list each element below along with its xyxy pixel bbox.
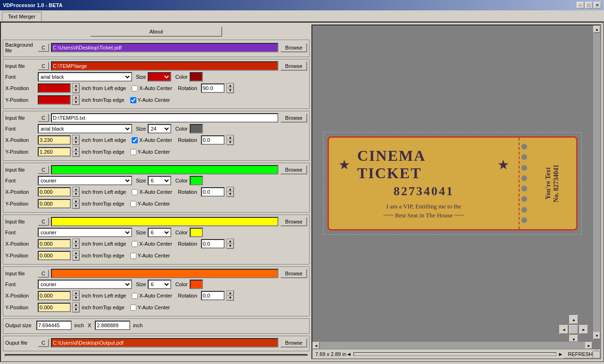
input2-file-input[interactable] — [51, 113, 278, 123]
input2-ypos-up[interactable]: ▲ — [73, 147, 79, 152]
input1-xauto-checkbox[interactable] — [132, 85, 138, 91]
input5-xauto-checkbox[interactable] — [132, 293, 138, 299]
output-browse-button[interactable]: Browse — [280, 338, 307, 347]
input1-browse-button[interactable]: Browse — [280, 61, 307, 71]
input5-ypos-down[interactable]: ▼ — [73, 307, 79, 312]
input2-ypos-down[interactable]: ▼ — [73, 152, 79, 157]
input2-size-select[interactable]: 24 — [148, 124, 171, 133]
input2-rot-up[interactable]: ▲ — [227, 135, 234, 140]
input4-ypos-down[interactable]: ▼ — [73, 256, 79, 260]
input5-rot-up[interactable]: ▲ — [227, 291, 234, 296]
input1-ypos-down[interactable]: ▼ — [73, 100, 79, 105]
input1-yauto-checkbox[interactable] — [130, 97, 136, 103]
input5-color-box[interactable] — [190, 280, 203, 289]
input3-xpos-down[interactable]: ▼ — [73, 192, 79, 197]
input1-font-select[interactable]: arial black courier arial — [38, 72, 132, 82]
input2-xpos-down[interactable]: ▼ — [73, 140, 79, 145]
background-file-input[interactable] — [51, 43, 278, 52]
input3-browse-button[interactable]: Browse — [280, 165, 307, 174]
input2-browse-button[interactable]: Browse — [280, 113, 307, 123]
input5-xpos-up[interactable]: ▲ — [73, 291, 79, 296]
input1-color-box[interactable] — [190, 72, 203, 82]
input1-rotation-input[interactable] — [201, 83, 225, 93]
nav-up-button[interactable]: ▲ — [569, 315, 579, 324]
output-width-input[interactable] — [36, 321, 72, 330]
input5-c-button[interactable]: C — [38, 269, 49, 278]
nav-left-button[interactable]: ◄ — [559, 325, 569, 334]
input5-size-select[interactable]: 6 — [148, 280, 171, 289]
minimize-button[interactable]: − — [577, 2, 584, 8]
input3-font-select[interactable]: courier arial — [38, 176, 132, 185]
input4-c-button[interactable]: C — [38, 217, 49, 226]
background-browse-button[interactable]: Browse — [280, 43, 307, 52]
output-height-input[interactable] — [95, 321, 130, 330]
input4-file-input[interactable] — [51, 217, 278, 226]
scroll-right-button[interactable]: ► — [585, 342, 593, 349]
input1-file-input[interactable] — [51, 61, 278, 71]
input3-xpos-input[interactable] — [38, 187, 71, 197]
about-button[interactable]: About — [90, 26, 222, 37]
input2-color-box[interactable] — [190, 124, 203, 133]
input2-rot-down[interactable]: ▼ — [227, 140, 234, 145]
input1-ypos-up[interactable]: ▲ — [73, 95, 79, 100]
input5-rot-down[interactable]: ▼ — [227, 296, 234, 300]
horizontal-scrollbar[interactable]: ◄ ► — [312, 341, 593, 349]
input2-xauto-checkbox[interactable] — [132, 137, 138, 143]
input4-font-select[interactable]: courier — [38, 228, 132, 237]
input2-xpos-up[interactable]: ▲ — [73, 135, 79, 140]
input3-file-input[interactable] — [51, 165, 278, 174]
input4-xauto-checkbox[interactable] — [132, 241, 138, 247]
maximize-button[interactable]: □ — [585, 2, 593, 8]
output-c-button[interactable]: C — [38, 339, 49, 347]
input4-browse-button[interactable]: Browse — [280, 217, 307, 226]
input3-rotation-input[interactable] — [201, 187, 225, 197]
input5-yauto-checkbox[interactable] — [130, 305, 136, 311]
input4-yauto-checkbox[interactable] — [130, 253, 136, 259]
input3-color-box[interactable] — [190, 176, 203, 185]
input5-xpos-input[interactable] — [38, 291, 71, 300]
input4-xpos-input[interactable] — [38, 239, 71, 248]
input1-size-select[interactable] — [148, 72, 171, 82]
input4-xpos-down[interactable]: ▼ — [73, 244, 79, 248]
input5-rotation-input[interactable] — [201, 291, 225, 300]
input5-ypos-up[interactable]: ▲ — [73, 303, 79, 307]
input5-file-input[interactable] — [51, 269, 278, 278]
input3-ypos-up[interactable]: ▲ — [73, 199, 79, 204]
tab-text-merger[interactable]: Text Merger — [2, 12, 42, 21]
input1-ypos-input[interactable] — [38, 95, 71, 105]
input5-browse-button[interactable]: Browse — [280, 269, 307, 278]
nav-right-button[interactable]: ► — [579, 325, 588, 334]
input1-rot-down[interactable]: ▼ — [227, 88, 234, 93]
input4-xpos-up[interactable]: ▲ — [73, 239, 79, 244]
nav-center-button[interactable] — [569, 325, 579, 334]
input4-size-select[interactable]: 6 — [148, 228, 171, 237]
input1-rot-up[interactable]: ▲ — [227, 83, 234, 88]
input4-rot-up[interactable]: ▲ — [227, 239, 234, 244]
close-button[interactable]: ✕ — [594, 2, 601, 8]
input1-xpos-input[interactable] — [38, 83, 71, 93]
output-file-input[interactable] — [51, 338, 278, 347]
input5-ypos-input[interactable] — [38, 303, 71, 312]
input3-xpos-up[interactable]: ▲ — [73, 187, 79, 192]
input4-ypos-input[interactable] — [38, 251, 71, 260]
scroll-left-button[interactable]: ◄ — [312, 342, 320, 349]
input2-c-button[interactable]: C — [38, 114, 49, 122]
input1-c-button[interactable]: C — [38, 62, 49, 70]
input3-c-button[interactable]: C — [38, 165, 49, 174]
input3-xauto-checkbox[interactable] — [132, 189, 138, 195]
input2-font-select[interactable]: arial black courier — [38, 124, 132, 133]
input4-rot-down[interactable]: ▼ — [227, 244, 234, 248]
input5-font-select[interactable]: courier — [38, 280, 132, 289]
input1-xpos-down[interactable]: ▼ — [73, 88, 79, 93]
input4-color-box[interactable] — [190, 228, 203, 237]
input2-yauto-checkbox[interactable] — [130, 149, 136, 155]
input2-rotation-input[interactable] — [201, 135, 225, 145]
input3-ypos-input[interactable] — [38, 199, 71, 208]
vertical-scrollbar[interactable]: ▲ ▼ — [593, 25, 600, 339]
background-c-button[interactable]: C — [38, 43, 49, 52]
input1-xpos-up[interactable]: ▲ — [73, 83, 79, 88]
input3-rot-up[interactable]: ▲ — [227, 187, 234, 192]
input3-yauto-checkbox[interactable] — [130, 201, 136, 207]
input4-ypos-up[interactable]: ▲ — [73, 251, 79, 256]
input3-rot-down[interactable]: ▼ — [227, 192, 234, 197]
